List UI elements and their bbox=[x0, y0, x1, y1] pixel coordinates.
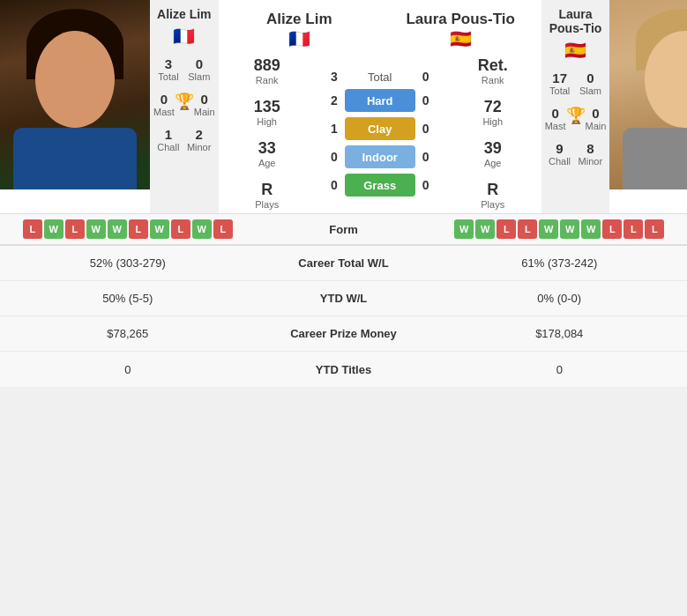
center-stats-area: 889 Rank 135 High 33 Age R Plays bbox=[219, 53, 541, 213]
grass-row: 0 Grass 0 bbox=[316, 174, 444, 197]
left-stats-chall-minor: 1 Chall 2 Minor bbox=[153, 127, 215, 152]
ytd-wl-label: YTD W/L bbox=[256, 292, 432, 305]
right-stats-total-slam: 17 Total 0 Slam bbox=[545, 71, 607, 96]
right-stats-mast-main: 0 Mast 🏆 0 Main bbox=[545, 106, 607, 131]
ytd-titles-right: 0 bbox=[432, 363, 688, 376]
form-badge-left: W bbox=[150, 219, 169, 239]
right-chall: 9 Chall bbox=[549, 141, 571, 167]
right-stats-box: Laura Pous-Tio 🇪🇸 17 Total 0 Slam 0 bbox=[541, 0, 610, 213]
indoor-row: 0 Indoor 0 bbox=[316, 145, 444, 168]
total-row: 3 Total 0 bbox=[316, 70, 444, 84]
left-player-photo bbox=[0, 0, 150, 213]
form-section: LWLWWLWLWL Form WWLLWWWLLL bbox=[0, 213, 687, 245]
left-stats-box: Alize Lim 🇫🇷 3 Total 0 Slam 0 Mast bbox=[150, 0, 219, 213]
form-badge-right: W bbox=[454, 219, 474, 239]
center-names-row: Alize Lim 🇫🇷 Laura Pous-Tio 🇪🇸 bbox=[219, 0, 541, 53]
left-stats-total-slam: 3 Total 0 Slam bbox=[153, 56, 215, 82]
career-total-label: Career Total W/L bbox=[256, 256, 432, 270]
form-badge-left: L bbox=[65, 219, 85, 239]
left-stats-mast-main: 0 Mast 🏆 0 Main bbox=[153, 92, 215, 117]
form-badge-left: L bbox=[171, 219, 190, 239]
ytd-titles-row: 0 YTD Titles 0 bbox=[0, 352, 687, 387]
ytd-titles-left: 0 bbox=[0, 363, 256, 376]
left-slam: 0 Slam bbox=[188, 56, 210, 82]
form-badge-left: L bbox=[129, 219, 148, 239]
form-badge-left: L bbox=[213, 219, 233, 239]
right-slam: 0 Slam bbox=[579, 71, 601, 96]
form-badge-right: L bbox=[645, 219, 664, 239]
form-badge-right: L bbox=[624, 219, 643, 239]
right-age-cell: 39 Age bbox=[484, 139, 502, 168]
main-container: Alize Lim 🇫🇷 3 Total 0 Slam 0 Mast bbox=[0, 0, 687, 387]
right-mast: 0 Mast bbox=[545, 106, 566, 131]
left-mast: 0 Mast bbox=[153, 92, 175, 117]
right-player-photo bbox=[609, 0, 687, 213]
form-badge-right: W bbox=[581, 219, 601, 239]
form-badge-left: W bbox=[108, 219, 127, 239]
form-left: LWLWWLWLWL bbox=[0, 219, 256, 239]
right-player-info: Laura Pous-Tio 🇪🇸 17 Total 0 Slam 0 bbox=[541, 0, 610, 213]
career-total-right: 61% (373-242) bbox=[432, 256, 688, 270]
center-left-name: Alize Lim bbox=[266, 11, 332, 28]
top-section: Alize Lim 🇫🇷 3 Total 0 Slam 0 Mast bbox=[0, 0, 687, 213]
form-badge-left: W bbox=[192, 219, 212, 239]
left-plays-cell: R Plays bbox=[255, 181, 279, 210]
career-prize-label: Career Prize Money bbox=[256, 327, 432, 340]
right-flag: 🇪🇸 bbox=[564, 40, 586, 61]
clay-row: 1 Clay 0 bbox=[316, 117, 444, 140]
right-plays-cell: R Plays bbox=[481, 181, 504, 210]
ytd-wl-row: 50% (5-5) YTD W/L 0% (0-0) bbox=[0, 281, 687, 316]
center-right-name: Laura Pous-Tio bbox=[406, 11, 514, 28]
left-minor: 2 Minor bbox=[187, 127, 212, 152]
career-total-left: 52% (303-279) bbox=[0, 256, 256, 270]
right-trophy-icon: 🏆 bbox=[566, 106, 586, 125]
form-right: WWLLWWWLLL bbox=[432, 219, 688, 239]
center-left-stats: 889 Rank 135 High 33 Age R Plays bbox=[219, 53, 316, 213]
form-badge-right: W bbox=[539, 219, 558, 239]
ytd-wl-right: 0% (0-0) bbox=[432, 292, 688, 305]
career-prize-left: $78,265 bbox=[0, 327, 256, 340]
left-flag: 🇫🇷 bbox=[173, 26, 195, 47]
right-stats-chall-minor: 9 Chall 8 Minor bbox=[545, 141, 607, 167]
form-badge-right: W bbox=[475, 219, 495, 239]
form-badge-right: W bbox=[560, 219, 579, 239]
center-right-flag: 🇪🇸 bbox=[450, 28, 472, 49]
left-total: 3 Total bbox=[158, 56, 178, 82]
center-column: Alize Lim 🇫🇷 Laura Pous-Tio 🇪🇸 889 Rank bbox=[219, 0, 541, 213]
form-center-label: Form bbox=[256, 223, 432, 236]
center-left-heading: Alize Lim 🇫🇷 bbox=[219, 7, 380, 53]
form-badge-right: L bbox=[518, 219, 537, 239]
match-badges-column: 3 Total 0 2 Hard 0 1 Clay 0 bbox=[316, 53, 444, 213]
right-high-cell: 72 High bbox=[482, 98, 503, 127]
ytd-wl-left: 50% (5-5) bbox=[0, 292, 256, 305]
left-main: 0 Main bbox=[194, 92, 215, 117]
form-badge-right: L bbox=[497, 219, 516, 239]
left-high-cell: 135 High bbox=[254, 98, 280, 127]
left-player-info: Alize Lim 🇫🇷 3 Total 0 Slam 0 Mast bbox=[150, 0, 219, 213]
form-badge-left: L bbox=[23, 219, 42, 239]
form-badge-right: L bbox=[602, 219, 622, 239]
career-prize-right: $178,084 bbox=[432, 327, 688, 340]
career-prize-row: $78,265 Career Prize Money $178,084 bbox=[0, 316, 687, 352]
right-rank-cell: Ret. Rank bbox=[478, 56, 508, 85]
right-player-name: Laura Pous-Tio bbox=[545, 7, 607, 35]
left-trophy-icon: 🏆 bbox=[175, 92, 194, 111]
left-chall: 1 Chall bbox=[157, 127, 179, 152]
center-right-heading: Laura Pous-Tio 🇪🇸 bbox=[380, 7, 541, 53]
right-main: 0 Main bbox=[586, 106, 607, 131]
center-right-stats: Ret. Rank 72 High 39 Age R Plays bbox=[444, 53, 541, 213]
form-badge-left: W bbox=[86, 219, 106, 239]
left-player-name: Alize Lim bbox=[157, 7, 211, 21]
left-age-cell: 33 Age bbox=[258, 139, 276, 168]
hard-row: 2 Hard 0 bbox=[316, 89, 444, 112]
center-left-flag: 🇫🇷 bbox=[288, 28, 310, 49]
ytd-titles-label: YTD Titles bbox=[256, 363, 432, 376]
career-total-row: 52% (303-279) Career Total W/L 61% (373-… bbox=[0, 246, 687, 281]
left-rank-cell: 889 Rank bbox=[254, 56, 280, 85]
bottom-stats-section: 52% (303-279) Career Total W/L 61% (373-… bbox=[0, 245, 687, 387]
right-minor: 8 Minor bbox=[579, 141, 603, 167]
form-badge-left: W bbox=[44, 219, 63, 239]
right-total: 17 Total bbox=[549, 71, 570, 96]
